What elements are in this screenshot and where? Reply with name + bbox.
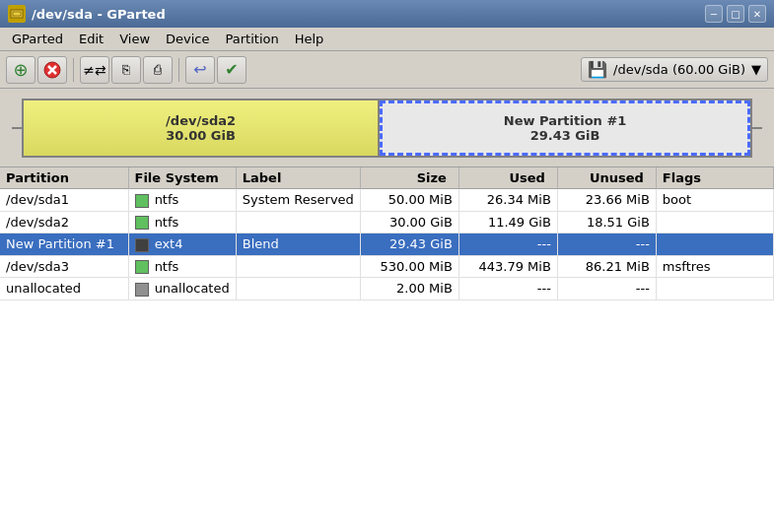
disk-strip: /dev/sda2 30.00 GiB New Partition #1 29.… (22, 99, 752, 158)
menu-edit[interactable]: Edit (71, 30, 111, 48)
col-header-unused: Unused (557, 167, 656, 189)
close-btn[interactable]: ✕ (748, 5, 766, 23)
table-row[interactable]: /dev/sda1 ntfsSystem Reserved50.00 MiB26… (0, 189, 774, 212)
cell-filesystem: ntfs (128, 189, 236, 212)
main-content: /dev/sda2 30.00 GiB New Partition #1 29.… (0, 89, 774, 532)
cell-size: 29.43 GiB (360, 233, 458, 256)
titlebar: /dev/sda - GParted − □ ✕ (0, 0, 774, 28)
delete-partition-btn[interactable] (37, 56, 67, 84)
disk-partition-new[interactable]: New Partition #1 29.43 GiB (380, 100, 750, 156)
cell-unused: --- (557, 278, 656, 300)
toolbar-sep-1 (73, 58, 74, 82)
table-row[interactable]: /dev/sda2 ntfs30.00 GiB11.49 GiB18.51 Gi… (0, 211, 774, 233)
toolbar-sep-2 (178, 58, 179, 82)
maximize-btn[interactable]: □ (727, 5, 744, 23)
app-icon (8, 5, 26, 23)
col-header-filesystem: File System (128, 167, 236, 189)
cell-partition: /dev/sda3 (0, 255, 128, 278)
cell-label: Blend (236, 233, 360, 256)
table-body: /dev/sda1 ntfsSystem Reserved50.00 MiB26… (0, 189, 774, 300)
cell-partition: New Partition #1 (0, 233, 128, 256)
cell-used: 11.49 GiB (458, 211, 557, 233)
window-controls[interactable]: − □ ✕ (705, 5, 766, 23)
cell-used: 443.79 MiB (458, 255, 557, 278)
menu-device[interactable]: Device (158, 30, 217, 48)
disk-new-name: New Partition #1 (504, 113, 627, 128)
menu-view[interactable]: View (111, 30, 158, 48)
col-header-used: Used (458, 167, 557, 189)
copy-btn[interactable]: ⎘ (111, 56, 141, 84)
cell-flags: boot (656, 189, 773, 212)
col-header-label: Label (236, 167, 360, 189)
disk-sda2-name: /dev/sda2 (166, 113, 236, 128)
cell-label (236, 278, 360, 300)
cell-filesystem: ext4 (128, 233, 236, 256)
cell-unused: 18.51 GiB (557, 211, 656, 233)
cell-flags (656, 233, 773, 256)
table-row[interactable]: unallocated unallocated2.00 MiB------ (0, 278, 774, 300)
device-label: /dev/sda (60.00 GiB) (613, 62, 745, 77)
table-row[interactable]: /dev/sda3 ntfs530.00 MiB443.79 MiB86.21 … (0, 255, 774, 278)
table-row[interactable]: New Partition #1 ext4Blend29.43 GiB-----… (0, 233, 774, 256)
col-header-partition: Partition (0, 167, 128, 189)
cell-partition: unallocated (0, 278, 128, 300)
menu-partition[interactable]: Partition (218, 30, 287, 48)
cell-size: 2.00 MiB (360, 278, 458, 300)
disk-left-bar (12, 127, 22, 129)
menubar: GParted Edit View Device Partition Help (0, 28, 774, 51)
cell-flags (656, 211, 773, 233)
menu-gparted[interactable]: GParted (4, 30, 71, 48)
disk-sda2-size: 30.00 GiB (166, 128, 236, 143)
cell-partition: /dev/sda2 (0, 211, 128, 233)
table-header-row: Partition File System Label Size Used Un… (0, 167, 774, 189)
cell-size: 50.00 MiB (360, 189, 458, 212)
cell-used: --- (458, 233, 557, 256)
disk-visual: /dev/sda2 30.00 GiB New Partition #1 29.… (0, 89, 774, 167)
disk-partition-sda2[interactable]: /dev/sda2 30.00 GiB (24, 100, 380, 156)
window-title: /dev/sda - GParted (32, 7, 166, 22)
cell-label (236, 255, 360, 278)
cell-unused: --- (557, 233, 656, 256)
paste-btn[interactable]: ⎙ (143, 56, 173, 84)
cell-filesystem: unallocated (128, 278, 236, 300)
undo-btn[interactable]: ↩ (185, 56, 215, 84)
cell-size: 30.00 GiB (360, 211, 458, 233)
cell-label (236, 211, 360, 233)
col-header-flags: Flags (656, 167, 773, 189)
device-selector[interactable]: 💾 /dev/sda (60.00 GiB) ▼ (581, 57, 768, 82)
cell-unused: 23.66 MiB (557, 189, 656, 212)
partition-table-container: Partition File System Label Size Used Un… (0, 167, 774, 532)
new-partition-btn[interactable]: ⊕ (6, 56, 35, 84)
device-icon: 💾 (588, 60, 607, 79)
cell-size: 530.00 MiB (360, 255, 458, 278)
apply-btn[interactable]: ✔ (217, 56, 246, 84)
cell-used: 26.34 MiB (458, 189, 557, 212)
disk-right-bar (752, 127, 762, 129)
partition-table: Partition File System Label Size Used Un… (0, 167, 774, 300)
cell-unused: 86.21 MiB (557, 255, 656, 278)
cell-label: System Reserved (236, 189, 360, 212)
disk-new-size: 29.43 GiB (530, 128, 600, 143)
cell-filesystem: ntfs (128, 255, 236, 278)
cell-flags: msftres (656, 255, 773, 278)
cell-used: --- (458, 278, 557, 300)
toolbar: ⊕ ≠⇄ ⎘ ⎙ ↩ ✔ 💾 /dev/sda (60.00 GiB) ▼ (0, 51, 774, 89)
cell-partition: /dev/sda1 (0, 189, 128, 212)
col-header-size: Size (360, 167, 458, 189)
minimize-btn[interactable]: − (705, 5, 723, 23)
device-dropdown-icon: ▼ (751, 62, 761, 77)
resize-move-btn[interactable]: ≠⇄ (80, 56, 109, 84)
cell-flags (656, 278, 773, 300)
menu-help[interactable]: Help (287, 30, 332, 48)
cell-filesystem: ntfs (128, 211, 236, 233)
